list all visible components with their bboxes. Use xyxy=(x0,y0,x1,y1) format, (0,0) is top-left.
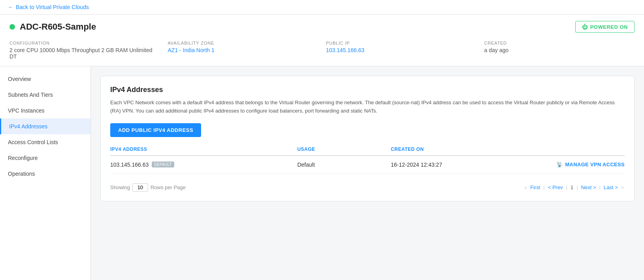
az-label: AVAILABILITY ZONE xyxy=(168,41,318,45)
main-layout: Overview Subnets And Tiers VPC Instances… xyxy=(0,66,644,280)
created-label: CREATED xyxy=(484,41,635,45)
created-value: a day ago xyxy=(484,47,635,53)
table-section: IPV4 ADDRESS USAGE CREATED ON 103.145.16… xyxy=(110,147,625,192)
td-actions: 📡 MANAGE VPN ACCESS xyxy=(531,162,625,167)
status-dot xyxy=(9,24,15,30)
sidebar-reconfigure-label: Reconfigure xyxy=(8,155,38,161)
public-ip-label: PUBLIC IP xyxy=(326,41,476,45)
manage-vpn-label: MANAGE VPN ACCESS xyxy=(565,162,625,167)
prev-link[interactable]: < Prev xyxy=(546,184,565,191)
sidebar-vpc-instances-label: VPC Instances xyxy=(8,107,45,114)
sidebar-item-subnets[interactable]: Subnets And Tiers xyxy=(0,87,90,103)
section-title: IPv4 Addresses xyxy=(110,86,625,94)
back-arrow-icon: ← xyxy=(8,4,13,10)
sidebar-item-vpc-instances[interactable]: VPC Instances xyxy=(0,103,90,118)
pagination-row: Showing Rows per Page « First | < Prev |… xyxy=(110,180,625,192)
th-ipv4-address: IPV4 ADDRESS xyxy=(110,147,297,152)
az-value: AZ1 - India North 1 xyxy=(168,47,318,53)
sidebar-acl-label: Access Control Lists xyxy=(8,139,58,145)
sidebar-item-operations[interactable]: Operations xyxy=(0,166,90,182)
table-header: IPV4 ADDRESS USAGE CREATED ON xyxy=(110,147,625,156)
first-link[interactable]: First xyxy=(529,184,542,191)
sidebar-item-acl[interactable]: Access Control Lists xyxy=(0,134,90,150)
next-link[interactable]: Next > xyxy=(580,184,598,191)
table-row: 103.145.166.63 DEFAULT Default 16-12-202… xyxy=(110,156,625,174)
title-with-dot: ADC-R605-Sample xyxy=(9,22,96,32)
first-sep: « xyxy=(523,184,528,190)
header-title-row: ADC-R605-Sample ⏻ POWERED ON xyxy=(9,21,635,33)
public-ip-value: 103.145.166.63 xyxy=(326,47,476,53)
meta-created: CREATED a day ago xyxy=(484,41,635,60)
meta-availability-zone: AVAILABILITY ZONE AZ1 - India North 1 xyxy=(168,41,318,60)
th-created-on: CREATED ON xyxy=(391,147,531,152)
configuration-value: 2 core CPU 10000 Mbps Throughput 2 GB RA… xyxy=(9,47,160,60)
td-created-on: 16-12-2024 12:43:27 xyxy=(391,162,531,168)
top-nav: ← Back to Virtual Private Clouds xyxy=(0,0,644,15)
th-usage: USAGE xyxy=(297,147,391,152)
header-section: ADC-R605-Sample ⏻ POWERED ON CONFIGURATI… xyxy=(0,15,644,66)
default-badge: DEFAULT xyxy=(152,162,174,167)
back-link-label: Back to Virtual Private Clouds xyxy=(16,4,89,10)
add-ipv4-button[interactable]: ADD PUBLIC IPv4 ADDRESS xyxy=(110,123,201,137)
sidebar-item-ipv4[interactable]: IPv4 Addresses xyxy=(0,118,90,134)
vpn-icon: 📡 xyxy=(556,162,563,167)
section-description: Each VPC Network comes with a default IP… xyxy=(110,99,625,115)
th-actions xyxy=(531,147,625,152)
sep3: | xyxy=(576,184,578,190)
rows-per-page-input[interactable] xyxy=(132,183,148,192)
powered-on-badge: ⏻ POWERED ON xyxy=(575,21,635,33)
td-usage: Default xyxy=(297,162,391,168)
rows-per-page-label: Rows per Page xyxy=(151,184,186,190)
showing-label: Showing xyxy=(110,184,130,190)
meta-configuration: CONFIGURATION 2 core CPU 10000 Mbps Thro… xyxy=(9,41,160,60)
page-number: 1 xyxy=(569,184,575,191)
ip-value: 103.145.166.63 xyxy=(110,162,149,168)
powered-on-label: POWERED ON xyxy=(590,24,628,30)
content-card: IPv4 Addresses Each VPC Network comes wi… xyxy=(100,76,635,201)
sidebar-subnets-label: Subnets And Tiers xyxy=(8,92,53,98)
sidebar-item-overview[interactable]: Overview xyxy=(0,71,90,87)
content-area: IPv4 Addresses Each VPC Network comes wi… xyxy=(91,66,644,280)
sidebar-operations-label: Operations xyxy=(8,171,35,177)
back-link[interactable]: ← Back to Virtual Private Clouds xyxy=(8,4,89,10)
sidebar-ipv4-label: IPv4 Addresses xyxy=(9,123,47,130)
sidebar-overview-label: Overview xyxy=(8,76,31,82)
configuration-label: CONFIGURATION xyxy=(9,41,160,45)
sidebar-item-reconfigure[interactable]: Reconfigure xyxy=(0,150,90,166)
power-icon: ⏻ xyxy=(582,24,588,30)
meta-public-ip: PUBLIC IP 103.145.166.63 xyxy=(326,41,476,60)
sep1: | xyxy=(542,184,545,190)
instance-title: ADC-R605-Sample xyxy=(20,22,96,32)
showing-text: Showing Rows per Page xyxy=(110,183,186,192)
meta-row: CONFIGURATION 2 core CPU 10000 Mbps Thro… xyxy=(9,41,635,60)
pagination-controls: « First | < Prev | 1 | Next > | Last > » xyxy=(523,184,625,191)
sidebar: Overview Subnets And Tiers VPC Instances… xyxy=(0,66,91,280)
last-link[interactable]: Last > xyxy=(602,184,620,191)
last-sep: » xyxy=(620,184,625,190)
sep2: | xyxy=(565,184,568,190)
manage-vpn-button[interactable]: 📡 MANAGE VPN ACCESS xyxy=(531,162,625,167)
sep4: | xyxy=(599,184,601,190)
td-ipv4-address: 103.145.166.63 DEFAULT xyxy=(110,162,297,168)
